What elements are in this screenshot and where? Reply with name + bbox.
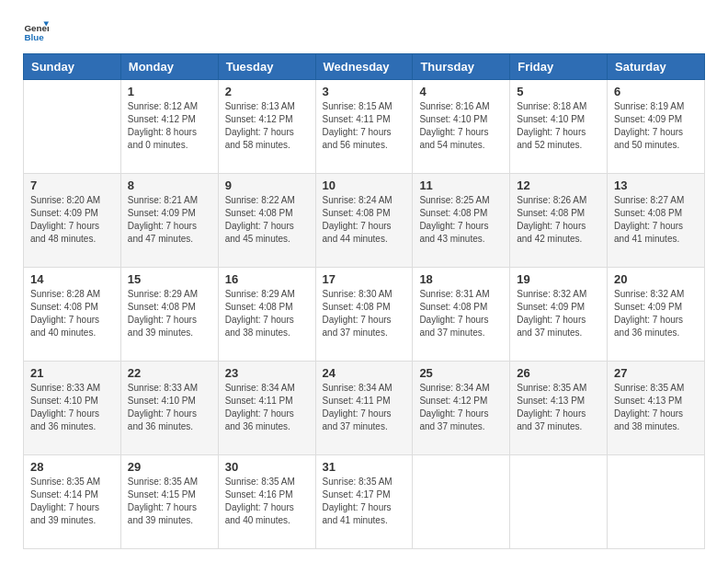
calendar-table: SundayMondayTuesdayWednesdayThursdayFrid…: [23, 53, 705, 549]
calendar-cell: 5 Sunrise: 8:18 AMSunset: 4:10 PMDayligh…: [510, 80, 608, 174]
day-info: Sunrise: 8:34 AMSunset: 4:12 PMDaylight:…: [419, 383, 489, 431]
weekday-header-friday: Friday: [510, 54, 608, 80]
calendar-week-3: 14 Sunrise: 8:28 AMSunset: 4:08 PMDaylig…: [24, 268, 705, 362]
calendar-cell: 2 Sunrise: 8:13 AMSunset: 4:12 PMDayligh…: [218, 80, 315, 174]
day-info: Sunrise: 8:25 AMSunset: 4:08 PMDaylight:…: [419, 195, 489, 244]
calendar-cell: 11 Sunrise: 8:25 AMSunset: 4:08 PMDaylig…: [413, 174, 510, 268]
day-info: Sunrise: 8:26 AMSunset: 4:08 PMDaylight:…: [517, 195, 586, 244]
day-info: Sunrise: 8:31 AMSunset: 4:08 PMDaylight:…: [419, 289, 489, 338]
weekday-header-saturday: Saturday: [608, 54, 705, 80]
day-number: 28: [30, 460, 114, 474]
weekday-header-row: SundayMondayTuesdayWednesdayThursdayFrid…: [24, 54, 705, 80]
day-number: 3: [323, 85, 406, 98]
calendar-cell: 12 Sunrise: 8:26 AMSunset: 4:08 PMDaylig…: [510, 174, 608, 268]
day-info: Sunrise: 8:20 AMSunset: 4:09 PMDaylight:…: [30, 195, 100, 244]
calendar-cell: 15 Sunrise: 8:29 AMSunset: 4:08 PMDaylig…: [120, 268, 218, 362]
calendar-cell: [24, 80, 121, 174]
calendar-week-2: 7 Sunrise: 8:20 AMSunset: 4:09 PMDayligh…: [24, 174, 705, 268]
calendar-cell: 20 Sunrise: 8:32 AMSunset: 4:09 PMDaylig…: [608, 268, 705, 362]
day-info: Sunrise: 8:29 AMSunset: 4:08 PMDaylight:…: [225, 289, 295, 338]
day-number: 27: [614, 366, 698, 380]
calendar-cell: 23 Sunrise: 8:34 AMSunset: 4:11 PMDaylig…: [218, 362, 315, 455]
day-info: Sunrise: 8:19 AMSunset: 4:09 PMDaylight:…: [614, 101, 684, 150]
day-info: Sunrise: 8:35 AMSunset: 4:14 PMDaylight:…: [30, 477, 100, 525]
calendar-cell: [510, 455, 608, 549]
weekday-header-wednesday: Wednesday: [315, 54, 413, 80]
day-number: 24: [323, 366, 406, 380]
day-info: Sunrise: 8:35 AMSunset: 4:16 PMDaylight:…: [225, 477, 295, 525]
calendar-cell: [608, 455, 705, 549]
logo-icon: General Blue: [23, 18, 49, 44]
calendar-cell: 13 Sunrise: 8:27 AMSunset: 4:08 PMDaylig…: [608, 174, 705, 268]
day-number: 22: [128, 366, 211, 380]
day-number: 18: [419, 272, 503, 286]
day-info: Sunrise: 8:18 AMSunset: 4:10 PMDaylight:…: [517, 101, 586, 150]
day-info: Sunrise: 8:15 AMSunset: 4:11 PMDaylight:…: [323, 101, 392, 150]
day-info: Sunrise: 8:35 AMSunset: 4:13 PMDaylight:…: [614, 383, 684, 431]
day-info: Sunrise: 8:24 AMSunset: 4:08 PMDaylight:…: [323, 195, 392, 244]
day-info: Sunrise: 8:22 AMSunset: 4:08 PMDaylight:…: [225, 195, 295, 244]
day-info: Sunrise: 8:35 AMSunset: 4:17 PMDaylight:…: [323, 477, 392, 525]
day-info: Sunrise: 8:34 AMSunset: 4:11 PMDaylight:…: [225, 383, 295, 431]
day-number: 4: [419, 85, 503, 98]
logo: General Blue: [23, 18, 52, 44]
calendar-cell: 28 Sunrise: 8:35 AMSunset: 4:14 PMDaylig…: [24, 455, 121, 549]
calendar-cell: 10 Sunrise: 8:24 AMSunset: 4:08 PMDaylig…: [315, 174, 413, 268]
day-info: Sunrise: 8:21 AMSunset: 4:09 PMDaylight:…: [128, 195, 198, 244]
day-info: Sunrise: 8:35 AMSunset: 4:15 PMDaylight:…: [128, 477, 198, 525]
day-number: 8: [128, 178, 211, 192]
day-number: 26: [517, 366, 600, 380]
day-info: Sunrise: 8:35 AMSunset: 4:13 PMDaylight:…: [517, 383, 586, 431]
weekday-header-monday: Monday: [120, 54, 218, 80]
day-info: Sunrise: 8:29 AMSunset: 4:08 PMDaylight:…: [128, 289, 198, 338]
calendar-cell: 26 Sunrise: 8:35 AMSunset: 4:13 PMDaylig…: [510, 362, 608, 455]
day-info: Sunrise: 8:13 AMSunset: 4:12 PMDaylight:…: [225, 101, 295, 150]
calendar-cell: 22 Sunrise: 8:33 AMSunset: 4:10 PMDaylig…: [120, 362, 218, 455]
day-info: Sunrise: 8:32 AMSunset: 4:09 PMDaylight:…: [517, 289, 586, 338]
day-number: 25: [419, 366, 503, 380]
calendar-cell: 27 Sunrise: 8:35 AMSunset: 4:13 PMDaylig…: [608, 362, 705, 455]
weekday-header-tuesday: Tuesday: [218, 54, 315, 80]
day-number: 11: [419, 178, 503, 192]
calendar-cell: 14 Sunrise: 8:28 AMSunset: 4:08 PMDaylig…: [24, 268, 121, 362]
day-info: Sunrise: 8:12 AMSunset: 4:12 PMDaylight:…: [128, 101, 198, 150]
day-info: Sunrise: 8:33 AMSunset: 4:10 PMDaylight:…: [128, 383, 198, 431]
day-number: 12: [517, 178, 600, 192]
calendar-cell: 17 Sunrise: 8:30 AMSunset: 4:08 PMDaylig…: [315, 268, 413, 362]
day-number: 15: [128, 272, 211, 286]
day-number: 1: [128, 85, 211, 98]
svg-text:Blue: Blue: [24, 32, 44, 42]
day-number: 30: [225, 460, 309, 474]
calendar-cell: 1 Sunrise: 8:12 AMSunset: 4:12 PMDayligh…: [120, 80, 218, 174]
calendar-cell: 9 Sunrise: 8:22 AMSunset: 4:08 PMDayligh…: [218, 174, 315, 268]
calendar-cell: 30 Sunrise: 8:35 AMSunset: 4:16 PMDaylig…: [218, 455, 315, 549]
day-number: 10: [323, 178, 406, 192]
day-info: Sunrise: 8:34 AMSunset: 4:11 PMDaylight:…: [323, 383, 392, 431]
calendar-cell: 29 Sunrise: 8:35 AMSunset: 4:15 PMDaylig…: [120, 455, 218, 549]
day-number: 23: [225, 366, 309, 380]
day-info: Sunrise: 8:30 AMSunset: 4:08 PMDaylight:…: [323, 289, 392, 338]
day-info: Sunrise: 8:16 AMSunset: 4:10 PMDaylight:…: [419, 101, 489, 150]
day-info: Sunrise: 8:28 AMSunset: 4:08 PMDaylight:…: [30, 289, 100, 338]
day-number: 31: [323, 460, 406, 474]
calendar-cell: 4 Sunrise: 8:16 AMSunset: 4:10 PMDayligh…: [413, 80, 510, 174]
day-number: 13: [614, 178, 698, 192]
page: General Blue SundayMondayTuesdayWednesda…: [0, 0, 728, 563]
calendar-cell: 25 Sunrise: 8:34 AMSunset: 4:12 PMDaylig…: [413, 362, 510, 455]
day-number: 14: [30, 272, 114, 286]
calendar-cell: 3 Sunrise: 8:15 AMSunset: 4:11 PMDayligh…: [315, 80, 413, 174]
day-number: 7: [30, 178, 114, 192]
day-info: Sunrise: 8:32 AMSunset: 4:09 PMDaylight:…: [614, 289, 684, 338]
day-info: Sunrise: 8:27 AMSunset: 4:08 PMDaylight:…: [614, 195, 684, 244]
calendar-cell: 8 Sunrise: 8:21 AMSunset: 4:09 PMDayligh…: [120, 174, 218, 268]
calendar-week-1: 1 Sunrise: 8:12 AMSunset: 4:12 PMDayligh…: [24, 80, 705, 174]
day-number: 19: [517, 272, 600, 286]
weekday-header-thursday: Thursday: [413, 54, 510, 80]
calendar-week-5: 28 Sunrise: 8:35 AMSunset: 4:14 PMDaylig…: [24, 455, 705, 549]
calendar-cell: 31 Sunrise: 8:35 AMSunset: 4:17 PMDaylig…: [315, 455, 413, 549]
calendar-cell: [413, 455, 510, 549]
calendar-cell: 16 Sunrise: 8:29 AMSunset: 4:08 PMDaylig…: [218, 268, 315, 362]
calendar-cell: 7 Sunrise: 8:20 AMSunset: 4:09 PMDayligh…: [24, 174, 121, 268]
day-number: 29: [128, 460, 211, 474]
day-number: 6: [614, 85, 698, 98]
